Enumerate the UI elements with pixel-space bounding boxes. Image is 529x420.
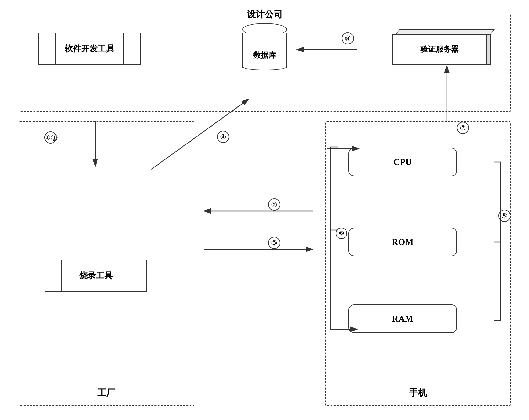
svg-text:③: ③ xyxy=(271,239,277,247)
box-design-company: 设计公司 软件开发工具 数据库 xyxy=(19,13,511,112)
box-software-tool: 软件开发工具 xyxy=(38,33,141,65)
svg-point-16 xyxy=(268,237,280,249)
verify-server-container: 验证服务器 xyxy=(392,29,491,65)
step-6: ⑥ xyxy=(336,228,347,239)
server-top-face xyxy=(396,29,495,34)
svg-text:④: ④ xyxy=(220,133,226,141)
software-tool-label: 软件开发工具 xyxy=(65,43,114,54)
burn-tool-label: 烧录工具 xyxy=(79,270,113,281)
database-container: 数据库 xyxy=(242,23,287,68)
cylinder-bottom-ellipse xyxy=(243,64,287,70)
box-rom: ROM xyxy=(348,228,457,256)
cpu-label: CPU xyxy=(393,157,412,167)
server-3d-wrapper: 验证服务器 xyxy=(392,29,491,65)
label-factory: 工厂 xyxy=(97,387,115,399)
svg-point-13 xyxy=(268,199,280,210)
server-right-face xyxy=(486,34,491,65)
svg-point-11 xyxy=(217,131,229,143)
label-design-company: 设计公司 xyxy=(244,8,285,20)
box-burn-tool: 烧录工具 xyxy=(45,260,147,292)
rom-label: ROM xyxy=(392,237,413,247)
verify-server-label: 验证服务器 xyxy=(420,44,459,54)
label-phone: 手机 xyxy=(409,387,427,399)
box-ram: RAM xyxy=(348,304,457,333)
svg-text:②: ② xyxy=(271,201,277,209)
database-cylinder xyxy=(242,23,287,68)
box-phone: 手机 CPU ROM RAM ⑥ xyxy=(325,121,511,406)
right-bracket-svg xyxy=(491,148,507,333)
diagram-container: 设计公司 软件开发工具 数据库 xyxy=(19,13,511,406)
ram-label: RAM xyxy=(392,314,413,324)
server-front-face: 验证服务器 xyxy=(392,34,487,65)
box-factory: 工厂 烧录工具 xyxy=(19,121,194,406)
box-cpu: CPU xyxy=(348,148,457,176)
database-label: 数据库 xyxy=(253,50,276,60)
